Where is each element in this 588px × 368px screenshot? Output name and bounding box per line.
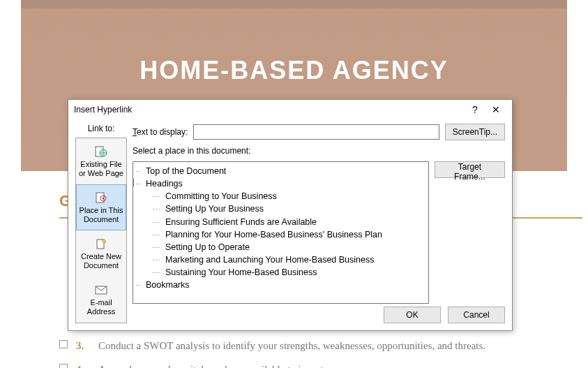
link-to-panel: Existing File or Web Page Place in This … <box>75 138 127 323</box>
close-button[interactable]: ✕ <box>485 104 506 115</box>
text-to-display-row: Text to display: ScreenTip... <box>133 124 505 140</box>
insert-hyperlink-dialog: Insert Hyperlink ? ✕ Link to: Existing F… <box>68 99 513 331</box>
checkbox-icon <box>59 364 68 368</box>
link-place-label: Place in This Document <box>78 206 124 223</box>
tree-item-heading[interactable]: Setting Up to Operate <box>158 241 424 253</box>
dialog-titlebar[interactable]: Insert Hyperlink ? ✕ <box>68 100 512 119</box>
text-to-display-label: Text to display: <box>133 127 188 137</box>
tree-item-bookmarks[interactable]: Bookmarks <box>139 279 424 291</box>
tree-item-heading[interactable]: Sustaining Your Home-Based Business <box>158 266 424 279</box>
collapse-icon[interactable]: − <box>133 179 134 186</box>
link-email-button[interactable]: E-mail Address <box>76 277 126 323</box>
list-number: 4. <box>76 361 90 368</box>
link-create-new-button[interactable]: Create New Document <box>76 230 126 277</box>
dialog-title: Insert Hyperlink <box>74 105 465 115</box>
hero-shadow <box>21 0 567 8</box>
tree-item-headings[interactable]: − Headings Committing to Your Business S… <box>139 177 424 279</box>
select-place-label: Select a place in this document: <box>133 146 505 156</box>
dialog-main: Text to display: ScreenTip... Select a p… <box>133 124 505 323</box>
document-place-tree[interactable]: Top of the Document − Headings Committin… <box>133 161 429 304</box>
link-existing-file-button[interactable]: Existing File or Web Page <box>76 138 126 184</box>
list-number: 3. <box>76 337 90 354</box>
ok-button[interactable]: OK <box>384 307 441 323</box>
link-existing-label: Existing File or Web Page <box>78 160 124 177</box>
list-text: Conduct a SWOT analysis to identify your… <box>98 337 485 354</box>
hero-title: HOME-BASED AGENCY <box>21 0 567 85</box>
svg-point-4 <box>103 197 105 199</box>
tree-item-heading[interactable]: Setting Up Your Business <box>158 203 424 215</box>
link-to-label: Link to: <box>75 124 127 133</box>
list-row-3: 3. Conduct a SWOT analysis to identify y… <box>59 337 553 354</box>
list-text: Assess how much capital you have availab… <box>98 361 326 368</box>
document-target-icon <box>94 191 108 204</box>
screentip-button[interactable]: ScreenTip... <box>445 124 505 140</box>
text-to-display-input[interactable] <box>193 124 439 140</box>
new-document-icon <box>94 237 108 250</box>
checkbox-icon <box>59 340 68 348</box>
tree-item-heading[interactable]: Planning for Your Home-Based Business' B… <box>158 228 424 241</box>
tree-item-heading[interactable]: Committing to Your Business <box>158 190 424 203</box>
help-button[interactable]: ? <box>465 104 485 115</box>
side-buttons: Target Frame... <box>435 161 505 178</box>
tree-area: Top of the Document − Headings Committin… <box>133 161 505 304</box>
link-to-column: Link to: Existing File or Web Page Place… <box>75 124 127 323</box>
link-place-in-document-button[interactable]: Place in This Document <box>76 184 126 230</box>
tree-item-heading[interactable]: Ensuring Sufficient Funds are Available <box>158 216 424 228</box>
envelope-icon <box>94 284 108 296</box>
link-createnew-label: Create New Document <box>78 252 124 270</box>
tree-item-top[interactable]: Top of the Document <box>139 165 424 177</box>
link-email-label: E-mail Address <box>78 298 124 316</box>
globe-file-icon <box>94 145 108 158</box>
list-row-4: 4. Assess how much capital you have avai… <box>59 361 553 368</box>
tree-item-heading[interactable]: Marketing and Launching Your Home-Based … <box>158 253 424 266</box>
dialog-bottom-buttons: OK Cancel <box>384 307 505 323</box>
cancel-button[interactable]: Cancel <box>448 307 505 323</box>
dialog-body: Link to: Existing File or Web Page Place… <box>68 119 512 330</box>
target-frame-button[interactable]: Target Frame... <box>435 161 505 178</box>
